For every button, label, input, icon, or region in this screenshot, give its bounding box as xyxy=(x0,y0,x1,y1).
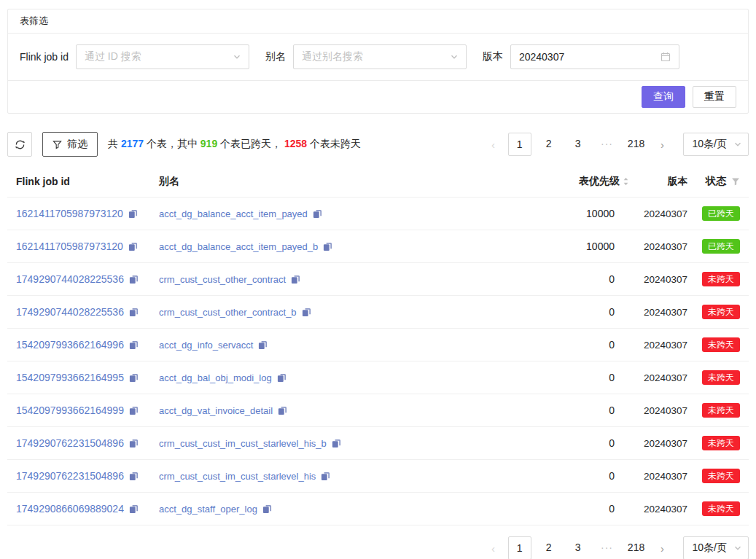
flink-job-id-field: Flink job id 通过 ID 搜索 xyxy=(20,44,249,69)
version-cell: 20240307 xyxy=(629,372,687,383)
chevron-down-icon xyxy=(734,141,741,148)
summary-text: 共 xyxy=(108,138,121,149)
copy-icon[interactable] xyxy=(129,472,139,481)
copy-icon[interactable] xyxy=(321,472,330,481)
priority-cell: 0 xyxy=(505,404,629,416)
alias-link[interactable]: crm_cust_cust_im_cust_starlevel_his xyxy=(159,471,316,482)
pagination-prev[interactable]: ‹ xyxy=(485,138,502,151)
pagination-prev[interactable]: ‹ xyxy=(485,542,502,555)
copy-icon[interactable] xyxy=(129,439,139,448)
column-header-version: 版本 xyxy=(629,175,687,188)
flink-job-id-link[interactable]: 1749290866069889024 xyxy=(16,503,124,515)
column-header-status: 状态 xyxy=(687,175,740,188)
copy-icon[interactable] xyxy=(277,373,287,383)
copy-icon[interactable] xyxy=(129,275,139,284)
flink-job-id-link[interactable]: 1749290744028225536 xyxy=(16,273,124,285)
flink-job-id-link[interactable]: 1542097993662164999 xyxy=(16,404,124,416)
pagination: ‹ 123···218 › 10条/页 xyxy=(485,536,749,559)
sort-icon[interactable] xyxy=(623,176,629,187)
alias-link[interactable]: acct_dg_bal_obj_modi_log xyxy=(159,372,272,383)
copy-icon[interactable] xyxy=(332,439,341,448)
alias-link[interactable]: crm_cust_cust_im_cust_starlevel_his_b xyxy=(159,438,327,449)
flink-job-id-placeholder: 通过 ID 搜索 xyxy=(85,50,141,63)
status-badge: 未跨天 xyxy=(702,501,740,516)
flink-job-id-link[interactable]: 1621411705987973120 xyxy=(16,241,123,252)
total-count: 2177 xyxy=(121,138,144,149)
version-cell: 20240307 xyxy=(629,340,687,351)
page-size-select[interactable]: 10条/页 xyxy=(683,133,749,156)
pagination-page[interactable]: 2 xyxy=(537,536,561,559)
query-button[interactable]: 查询 xyxy=(642,86,685,108)
pagination-page[interactable]: 1 xyxy=(508,536,531,559)
pagination-page[interactable]: 1 xyxy=(508,133,531,156)
filter-actions-row: 查询 重置 xyxy=(8,81,748,113)
priority-cell: 0 xyxy=(505,273,629,285)
tables-table: Flink job id 别名 表优先级 版本 状态 1621411705987… xyxy=(7,165,749,525)
copy-icon[interactable] xyxy=(258,340,268,350)
status-badge: 已跨天 xyxy=(702,239,740,254)
copy-icon[interactable] xyxy=(262,504,272,514)
flink-job-id-link[interactable]: 1542097993662164995 xyxy=(16,372,124,383)
flink-job-id-link[interactable]: 1749290762231504896 xyxy=(16,437,124,449)
pagination-page[interactable]: 3 xyxy=(566,536,590,559)
copy-icon[interactable] xyxy=(313,209,322,219)
alias-link[interactable]: acct_dg_info_servacct xyxy=(159,340,253,351)
alias-label: 别名 xyxy=(265,50,286,63)
copy-icon[interactable] xyxy=(128,242,138,251)
copy-icon[interactable] xyxy=(302,308,311,317)
alias-link[interactable]: crm_cust_cust_other_contract xyxy=(159,274,286,285)
page-size-select[interactable]: 10条/页 xyxy=(683,536,749,559)
copy-icon[interactable] xyxy=(129,308,139,317)
pagination-ellipsis[interactable]: ··· xyxy=(596,536,619,559)
bottom-pagination-wrap: ‹ 123···218 › 10条/页 xyxy=(7,536,749,559)
filter-button[interactable]: 筛选 xyxy=(42,132,98,157)
version-date-input[interactable]: 20240307 xyxy=(510,44,679,69)
uncrossed-count: 1258 xyxy=(284,138,307,149)
filter-panel-title: 表筛选 xyxy=(8,9,748,34)
priority-cell: 0 xyxy=(505,372,629,383)
pagination-page[interactable]: 2 xyxy=(537,133,561,156)
alias-link[interactable]: acct_dg_vat_invoice_detail xyxy=(159,405,273,416)
flink-job-id-link[interactable]: 1542097993662164996 xyxy=(16,339,124,351)
copy-icon[interactable] xyxy=(323,242,332,251)
alias-select[interactable]: 通过别名搜索 xyxy=(293,44,467,69)
priority-cell: 0 xyxy=(505,306,629,318)
version-cell: 20240307 xyxy=(629,405,687,416)
filter-funnel-icon[interactable] xyxy=(731,177,740,186)
status-badge: 未跨天 xyxy=(702,370,740,385)
pagination-page[interactable]: 218 xyxy=(625,536,648,559)
calendar-icon xyxy=(660,52,671,62)
status-cell: 未跨天 xyxy=(687,337,740,352)
pagination-page[interactable]: 3 xyxy=(566,133,590,156)
flink-job-id-link[interactable]: 1749290762231504896 xyxy=(16,470,124,482)
version-cell: 20240307 xyxy=(629,241,687,252)
alias-link[interactable]: crm_cust_cust_other_contract_b xyxy=(159,307,297,318)
flink-job-id-select[interactable]: 通过 ID 搜索 xyxy=(76,44,249,69)
status-cell: 未跨天 xyxy=(687,469,740,483)
copy-icon[interactable] xyxy=(129,340,139,350)
alias-link[interactable]: acct_dg_balance_acct_item_payed xyxy=(159,208,308,219)
table-row: 1542097993662164995 acct_dg_bal_obj_modi… xyxy=(7,361,749,394)
copy-icon[interactable] xyxy=(129,373,139,383)
column-header-priority[interactable]: 表优先级 xyxy=(505,175,629,188)
table-row: 1749290866069889024 acct_dg_staff_oper_l… xyxy=(7,493,749,525)
flink-job-id-link[interactable]: 1749290744028225536 xyxy=(16,306,124,318)
status-cell: 未跨天 xyxy=(687,305,740,319)
copy-icon[interactable] xyxy=(129,406,139,415)
pagination-next[interactable]: › xyxy=(654,542,671,555)
alias-link[interactable]: acct_dg_staff_oper_log xyxy=(159,504,257,515)
refresh-button[interactable] xyxy=(7,132,32,157)
pagination-page[interactable]: 218 xyxy=(625,133,648,156)
flink-job-id-link[interactable]: 1621411705987973120 xyxy=(16,208,123,219)
copy-icon[interactable] xyxy=(129,504,139,514)
status-badge: 已跨天 xyxy=(702,206,740,221)
pagination-next[interactable]: › xyxy=(654,138,671,151)
copy-icon[interactable] xyxy=(128,209,138,219)
chevron-down-icon xyxy=(451,53,458,60)
status-cell: 已跨天 xyxy=(687,206,740,221)
copy-icon[interactable] xyxy=(291,275,300,284)
alias-link[interactable]: acct_dg_balance_acct_item_payed_b xyxy=(159,241,318,252)
copy-icon[interactable] xyxy=(278,406,287,415)
pagination-ellipsis[interactable]: ··· xyxy=(596,133,619,156)
reset-button[interactable]: 重置 xyxy=(693,86,736,108)
